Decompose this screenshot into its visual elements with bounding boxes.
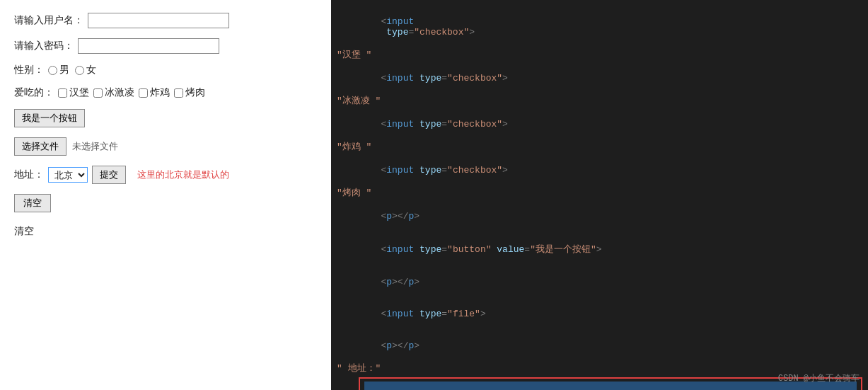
username-input[interactable] (88, 13, 229, 28)
address-select[interactable]: 西安 天津 北京 (48, 167, 88, 183)
food-roast-text: 烤肉 (185, 86, 205, 99)
code-line-2: "汉堡 " (331, 48, 868, 62)
gender-female-label[interactable]: 女 (75, 64, 96, 76)
code-line-12: <input type="file"> (331, 298, 868, 330)
code-line-6: "炸鸡 " (331, 140, 868, 154)
code-line-11: <p></p> (331, 266, 868, 298)
main-button[interactable]: 我是一个按钮 (14, 109, 85, 127)
gender-female-radio[interactable] (75, 66, 84, 75)
watermark: CSDN @小鱼不会骑车 (778, 372, 860, 384)
clear-label: 清空 (14, 225, 34, 238)
password-input[interactable] (78, 38, 219, 54)
food-checkbox-group: 汉堡 冰激凌 炸鸡 烤肉 (58, 86, 205, 99)
password-row: 请输入密码： (14, 38, 317, 54)
code-line-1: <input type="checkbox"> (331, 6, 868, 48)
reset-row: 清空 (14, 194, 317, 212)
food-icecream-label[interactable]: 冰激凌 (93, 86, 134, 99)
code-line-10: <input type="button" value="我是一个按钮"> (331, 232, 868, 266)
right-panel: <input type="checkbox"> "汉堡 " <input typ… (331, 0, 868, 390)
food-label: 爱吃的： (14, 86, 54, 99)
code-editor: <input type="checkbox"> "汉堡 " <input typ… (331, 6, 868, 390)
food-burger-label[interactable]: 汉堡 (58, 86, 89, 99)
code-line-7: <input type="checkbox"> (331, 154, 868, 186)
gender-female-text: 女 (86, 64, 96, 76)
food-chicken-text: 炸鸡 (150, 86, 170, 99)
food-roast-label[interactable]: 烤肉 (174, 86, 205, 99)
code-line-9: <p></p> (331, 200, 868, 232)
file-status: 未选择文件 (72, 140, 118, 153)
reset-button[interactable]: 清空 (14, 194, 51, 212)
code-line-5: <input type="checkbox"> (331, 108, 868, 140)
code-line-13: <p></p> (331, 330, 868, 362)
food-row: 爱吃的： 汉堡 冰激凌 炸鸡 烤肉 (14, 86, 317, 99)
food-burger-checkbox[interactable] (58, 88, 67, 98)
username-label: 请输入用户名： (14, 14, 83, 27)
food-burger-text: 汉堡 (69, 86, 89, 99)
gender-radio-group: 男 女 (48, 64, 96, 76)
code-line-3: <input type="checkbox"> (331, 62, 868, 94)
submit-button[interactable]: 提交 (92, 166, 126, 184)
food-chicken-label[interactable]: 炸鸡 (139, 86, 170, 99)
file-button[interactable]: 选择文件 (14, 137, 66, 156)
food-icecream-checkbox[interactable] (93, 88, 103, 98)
food-chicken-checkbox[interactable] (139, 88, 148, 98)
address-row: 地址： 西安 天津 北京 提交 这里的北京就是默认的 (14, 166, 317, 184)
password-label: 请输入密码： (14, 40, 74, 52)
left-panel: 请输入用户名： 请输入密码： 性别： 男 女 爱吃的： 汉堡 (0, 0, 331, 390)
food-icecream-text: 冰激凌 (105, 86, 134, 99)
code-line-4: "冰激凌 " (331, 94, 868, 108)
gender-male-text: 男 (59, 64, 69, 76)
username-row: 请输入用户名： (14, 13, 317, 28)
gender-male-radio[interactable] (48, 66, 57, 75)
button-row: 我是一个按钮 (14, 109, 317, 127)
food-roast-checkbox[interactable] (174, 88, 183, 98)
clear-label-row: 清空 (14, 222, 317, 238)
hint-text: 这里的北京就是默认的 (137, 168, 229, 181)
gender-male-label[interactable]: 男 (48, 64, 69, 76)
gender-row: 性别： 男 女 (14, 64, 317, 76)
address-label: 地址： (14, 168, 44, 181)
file-row: 选择文件 未选择文件 (14, 137, 317, 156)
code-line-8: "烤肉 " (331, 186, 868, 200)
gender-label: 性别： (14, 64, 44, 76)
